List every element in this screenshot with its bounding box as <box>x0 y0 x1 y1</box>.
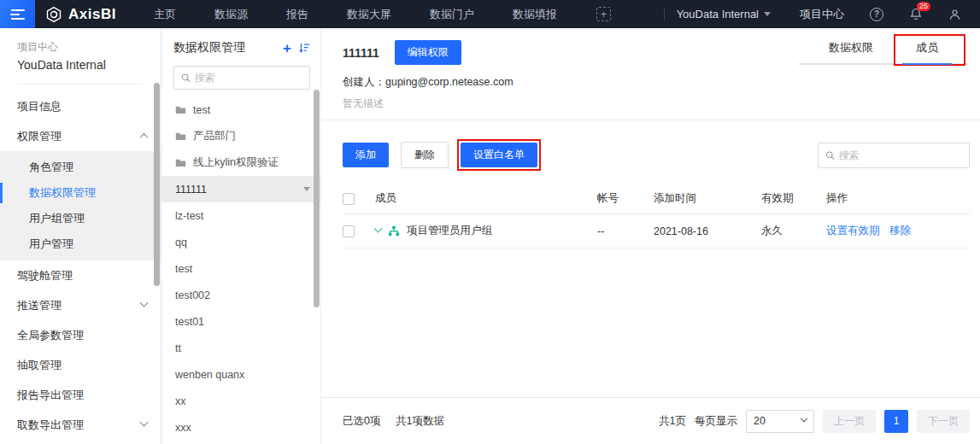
panel-search <box>173 66 310 90</box>
list-item[interactable]: lz-test <box>161 202 320 229</box>
sidebar-item-report-export-mgmt[interactable]: 报告导出管理 <box>0 380 161 410</box>
chevron-down-icon <box>801 415 807 422</box>
chevron-down-icon <box>764 12 771 16</box>
add-module-icon[interactable]: + <box>596 7 611 21</box>
help-button[interactable]: ? <box>870 8 883 21</box>
sidebar-item-push-mgmt[interactable]: 推送管理 <box>0 290 161 320</box>
sidebar-item-lineage-mgmt[interactable]: 血缘管理 <box>0 440 161 444</box>
table-header-row: 成员 帐号 添加时间 有效期 操作 <box>343 184 970 214</box>
col-header-account: 帐号 <box>597 191 654 206</box>
topnav-item-portal[interactable]: 数据门户 <box>430 7 474 22</box>
topnav-item-dashboard[interactable]: 数据大屏 <box>347 7 391 22</box>
topnav-item-project-center[interactable]: 项目中心 <box>800 7 844 22</box>
add-member-button[interactable]: 添加 <box>343 143 389 167</box>
top-menu: 主页 数据源 报告 数据大屏 数据门户 数据填报 <box>154 7 557 22</box>
description-text: 暂无描述 <box>343 96 970 111</box>
folder-icon <box>175 158 186 167</box>
list-item-folder[interactable]: 产品部门 <box>161 123 320 149</box>
panel-search-input[interactable] <box>195 72 302 84</box>
list-item[interactable]: xx <box>161 388 320 414</box>
topnav-item-datafill[interactable]: 数据填报 <box>513 7 557 22</box>
list-item[interactable]: test002 <box>161 282 320 308</box>
sidebar-scrollbar[interactable] <box>154 83 160 286</box>
delete-member-button[interactable]: 删除 <box>401 142 449 168</box>
sidebar-item-user-mgmt[interactable]: 用户管理 <box>0 231 161 257</box>
sidebar-divider <box>17 84 144 85</box>
notification-badge: 25 <box>917 2 930 11</box>
sidebar-item-data-export-mgmt[interactable]: 取数导出管理 <box>0 410 161 440</box>
set-validity-link[interactable]: 设置有效期 <box>826 225 880 237</box>
select-all-checkbox[interactable] <box>343 193 355 205</box>
prev-page-button[interactable]: 上一页 <box>823 410 876 433</box>
app-logo-text: AxisBI <box>68 6 116 23</box>
member-added-time: 2021-08-16 <box>654 225 761 237</box>
main-content: 111111 编辑权限 创建人：guping@corp.netease.com … <box>320 28 980 444</box>
sidebar-section-label: 项目中心 <box>17 40 161 55</box>
panel-title: 数据权限管理 <box>173 40 245 56</box>
toolbar: 添加 删除 设置白名单 <box>343 142 970 168</box>
topnav-item-home[interactable]: 主页 <box>154 7 176 22</box>
permission-list: test 产品部门 线上kylin权限验证 111111 lz-test qq … <box>161 96 320 444</box>
workspace-switcher[interactable]: YouData Internal <box>677 8 771 20</box>
list-item[interactable]: 测试000000 <box>161 441 320 444</box>
expand-chevron-icon[interactable] <box>374 225 383 233</box>
topnav-item-datasource[interactable]: 数据源 <box>214 7 248 22</box>
per-page-select[interactable]: 20 <box>746 410 814 433</box>
creator-label: 创建人： <box>343 76 385 88</box>
sidebar-item-role-mgmt[interactable]: 角色管理 <box>0 155 161 180</box>
list-item[interactable]: test01 <box>161 308 320 335</box>
table-footer: 已选0项 共1项数据 共1页 每页显示 20 上一页 1 下一页 <box>321 397 980 444</box>
page-1-button[interactable]: 1 <box>884 410 908 433</box>
search-icon <box>181 73 191 83</box>
member-name: 项目管理员用户组 <box>407 224 492 238</box>
sort-icon[interactable] <box>298 42 310 54</box>
members-table: 成员 帐号 添加时间 有效期 操作 项目管理员用户组 -- 2021-08-16 <box>343 184 970 248</box>
chevron-down-icon[interactable] <box>303 187 310 191</box>
sidebar-item-permission-mgmt[interactable]: 权限管理 <box>0 121 161 151</box>
member-search <box>818 143 970 168</box>
notifications-button[interactable]: 25 <box>909 7 923 21</box>
page-title: 111111 <box>343 46 379 60</box>
topnav-item-report[interactable]: 报告 <box>286 7 308 22</box>
chevron-down-icon <box>140 418 149 427</box>
list-item[interactable]: qq <box>161 229 320 255</box>
member-search-input[interactable] <box>839 149 962 161</box>
sidebar-item-extract-mgmt[interactable]: 抽取管理 <box>0 350 161 380</box>
tab-members[interactable]: 成员 <box>914 40 940 56</box>
edit-permission-button[interactable]: 编辑权限 <box>395 40 461 65</box>
axisbi-logo-icon <box>45 6 62 23</box>
app-logo[interactable]: AxisBI <box>45 6 116 23</box>
row-checkbox[interactable] <box>343 225 355 237</box>
list-item[interactable]: wenben quanx <box>161 361 320 388</box>
list-item-selected[interactable]: 111111 <box>161 176 320 202</box>
member-account: -- <box>597 225 654 237</box>
sidebar-item-data-permission-mgmt[interactable]: 数据权限管理 <box>0 180 161 206</box>
chevron-up-icon <box>140 133 149 142</box>
sidebar-item-usergroup-mgmt[interactable]: 用户组管理 <box>0 206 161 231</box>
add-permission-icon[interactable]: + <box>283 41 291 56</box>
per-page-label: 每页显示 <box>695 414 737 429</box>
col-header-added-time: 添加时间 <box>654 191 761 206</box>
menu-toggle-button[interactable] <box>0 0 35 28</box>
list-item[interactable]: test <box>161 255 320 282</box>
col-header-actions: 操作 <box>826 191 970 206</box>
workspace-name: YouData Internal <box>677 8 759 20</box>
next-page-button[interactable]: 下一页 <box>917 410 970 433</box>
list-item-folder[interactable]: test <box>161 96 320 123</box>
tab-data-permission[interactable]: 数据权限 <box>827 40 875 56</box>
main-header: 111111 编辑权限 创建人：guping@corp.netease.com … <box>321 28 980 120</box>
panel-scrollbar[interactable] <box>314 90 320 307</box>
list-item[interactable]: tt <box>161 335 320 361</box>
sidebar-item-cockpit-mgmt[interactable]: 驾驶舱管理 <box>0 260 161 290</box>
folder-icon <box>175 105 186 114</box>
sidebar: 项目中心 YouData Internal 项目信息 权限管理 角色管理 数据权… <box>0 28 161 444</box>
sidebar-item-global-params[interactable]: 全局参数管理 <box>0 320 161 350</box>
top-navbar: AxisBI 主页 数据源 报告 数据大屏 数据门户 数据填报 + YouDat… <box>0 0 980 28</box>
set-whitelist-button[interactable]: 设置白名单 <box>461 143 537 167</box>
sidebar-item-project-info[interactable]: 项目信息 <box>0 91 161 121</box>
remove-member-link[interactable]: 移除 <box>889 225 911 237</box>
col-header-member: 成员 <box>375 191 597 206</box>
user-menu-button[interactable] <box>948 8 961 21</box>
list-item[interactable]: xxx <box>161 414 320 441</box>
list-item-folder[interactable]: 线上kylin权限验证 <box>161 149 320 176</box>
